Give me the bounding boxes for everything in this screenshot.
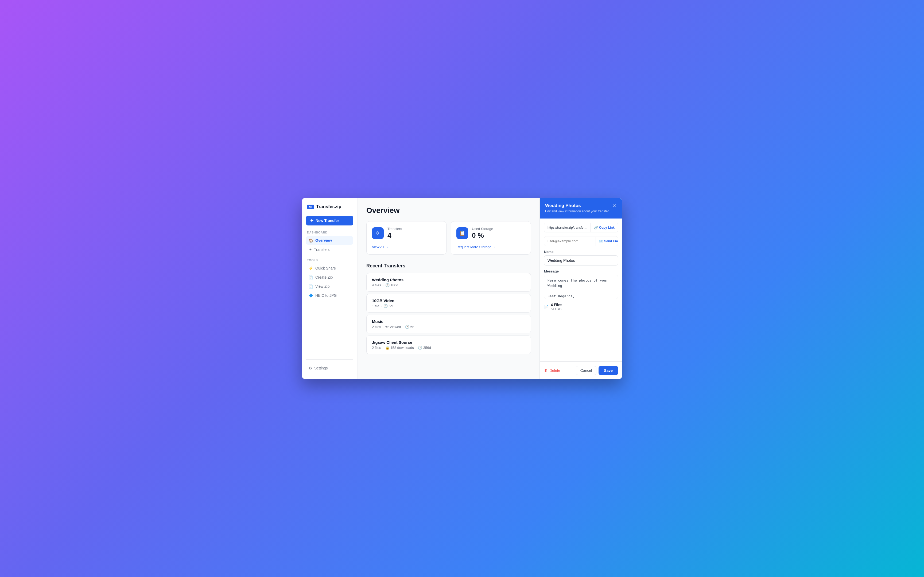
send-email-label: Send Email xyxy=(604,239,618,243)
heic-icon: 🔷 xyxy=(309,293,313,298)
file-icon: 📄 xyxy=(544,305,548,309)
sidebar-item-overview-label: Overview xyxy=(315,238,332,243)
sidebar-item-heic-jpg-label: HEIC to JPG xyxy=(315,293,337,298)
message-label: Message xyxy=(544,269,618,273)
new-transfer-icon: ✈ xyxy=(310,219,313,223)
panel-header: Wedding Photos Edit and view information… xyxy=(540,198,622,219)
sidebar-item-transfers-label: Transfers xyxy=(314,247,330,251)
sidebar-item-settings[interactable]: ⚙ Settings xyxy=(306,364,353,372)
name-input[interactable] xyxy=(544,255,618,266)
right-panel: Wedding Photos Edit and view information… xyxy=(540,198,622,379)
transfer-name-music: Music xyxy=(372,319,525,324)
main-content: Overview ✈ Transfers 4 View All → 📋 Used… xyxy=(358,198,540,379)
recent-transfers-title: Recent Transfers xyxy=(366,263,531,269)
transfer-meta-music: 2 files · 👁 Viewed · 🕐 6h xyxy=(372,325,525,329)
panel-close-button[interactable]: ✕ xyxy=(612,203,617,209)
transfers-stat-icon: ✈ xyxy=(372,227,384,239)
delete-label: Delete xyxy=(549,368,560,372)
email-send-icon: 📧 xyxy=(599,239,603,243)
name-label: Name xyxy=(544,250,618,254)
tools-section-label: Tools xyxy=(306,259,353,262)
sidebar-bottom: ⚙ Settings xyxy=(306,359,353,373)
sidebar-item-transfers[interactable]: ✈ Transfers xyxy=(306,245,353,254)
transfer-meta-video: 1 file · 🕐 5d xyxy=(372,304,525,308)
stat-card-storage-header: 📋 Used Storage 0 % xyxy=(456,227,525,240)
page-title: Overview xyxy=(366,206,531,215)
panel-body: 🔗 Copy Link 📧 Send Email Name Message He… xyxy=(540,219,622,361)
transfer-name-wedding: Wedding Photos xyxy=(372,277,525,282)
files-details: 4 Files 511 kB xyxy=(551,303,563,311)
tools-section: Tools ⚡ Quick Share 📄 Create Zip 📄 View … xyxy=(306,259,353,300)
files-info: 📄 4 Files 511 kB xyxy=(544,303,618,311)
copy-icon: 🔗 xyxy=(594,226,598,229)
transfer-list: Wedding Photos 4 files · 🕐 180d 10GB Vid… xyxy=(366,273,531,354)
transfer-name-video: 10GB Video xyxy=(372,298,525,303)
transfer-item-wedding[interactable]: Wedding Photos 4 files · 🕐 180d xyxy=(366,273,531,292)
copy-link-button[interactable]: 🔗 Copy Link xyxy=(590,223,618,232)
view-all-link[interactable]: View All → xyxy=(372,245,441,249)
storage-stat-icon: 📋 xyxy=(456,227,468,239)
transfer-item-video[interactable]: 10GB Video 1 file · 🕐 5d xyxy=(366,294,531,313)
sidebar-item-view-zip-label: View Zip xyxy=(315,284,329,288)
transfer-item-music[interactable]: Music 2 files · 👁 Viewed · 🕐 6h xyxy=(366,315,531,334)
send-email-button[interactable]: 📧 Send Email xyxy=(596,237,618,246)
copy-link-row: 🔗 Copy Link xyxy=(544,223,618,232)
panel-subtitle: Edit and view information about your tra… xyxy=(545,210,610,213)
name-field-group: Name xyxy=(544,250,618,266)
panel-title: Wedding Photos xyxy=(545,203,610,208)
sidebar: zip Transfer.zip ✈ New Transfer Dashboar… xyxy=(302,198,358,379)
stat-card-storage: 📋 Used Storage 0 % Request More Storage … xyxy=(451,221,531,255)
save-button[interactable]: Save xyxy=(598,366,618,375)
view-zip-icon: 📄 xyxy=(309,284,313,288)
dashboard-section-label: Dashboard xyxy=(306,231,353,234)
quick-share-icon: ⚡ xyxy=(309,266,313,270)
sidebar-item-view-zip[interactable]: 📄 View Zip xyxy=(306,282,353,291)
settings-icon: ⚙ xyxy=(309,366,312,370)
sidebar-item-quick-share[interactable]: ⚡ Quick Share xyxy=(306,264,353,272)
sidebar-item-settings-label: Settings xyxy=(314,366,328,370)
message-textarea[interactable]: Here comes the photos of your Wedding Be… xyxy=(544,275,618,299)
transfer-item-jigsaw[interactable]: Jigsaw Client Source 2 files · 🔒 158 dow… xyxy=(366,335,531,354)
transfer-meta-wedding: 4 files · 🕐 180d xyxy=(372,283,525,287)
transfers-stat-info: Transfers 4 xyxy=(387,227,402,240)
panel-header-info: Wedding Photos Edit and view information… xyxy=(545,203,610,213)
request-storage-link[interactable]: Request More Storage → xyxy=(456,245,525,249)
sidebar-item-quick-share-label: Quick Share xyxy=(315,266,336,270)
logo-badge: zip xyxy=(307,205,314,209)
storage-stat-label: Used Storage xyxy=(472,227,493,231)
create-zip-icon: 📄 xyxy=(309,275,313,279)
main-nav: 🏠 Overview ✈ Transfers xyxy=(306,236,353,254)
stat-card-transfers: ✈ Transfers 4 View All → xyxy=(366,221,447,255)
delete-button[interactable]: 🗑 Delete xyxy=(544,368,560,372)
stat-card-transfers-header: ✈ Transfers 4 xyxy=(372,227,441,240)
new-transfer-label: New Transfer xyxy=(316,219,339,223)
link-input[interactable] xyxy=(544,223,590,232)
storage-stat-info: Used Storage 0 % xyxy=(472,227,493,240)
new-transfer-button[interactable]: ✈ New Transfer xyxy=(306,216,353,226)
transfers-stat-value: 4 xyxy=(387,231,402,240)
storage-stat-value: 0 % xyxy=(472,231,493,240)
app-window: zip Transfer.zip ✈ New Transfer Dashboar… xyxy=(302,198,622,379)
footer-actions: Cancel Save xyxy=(576,366,618,375)
files-count: 4 Files xyxy=(551,303,563,307)
transfers-icon: ✈ xyxy=(309,247,312,251)
stats-row: ✈ Transfers 4 View All → 📋 Used Storage … xyxy=(366,221,531,255)
sidebar-item-heic-jpg[interactable]: 🔷 HEIC to JPG xyxy=(306,291,353,300)
cancel-button[interactable]: Cancel xyxy=(576,366,597,375)
logo-text: Transfer.zip xyxy=(316,204,341,210)
email-input[interactable] xyxy=(544,237,596,246)
transfer-meta-jigsaw: 2 files · 🔒 158 downloads · 🕐 356d xyxy=(372,346,525,350)
message-field-group: Message Here comes the photos of your We… xyxy=(544,269,618,299)
sidebar-item-overview[interactable]: 🏠 Overview xyxy=(306,236,353,245)
transfers-stat-label: Transfers xyxy=(387,227,402,231)
logo-area: zip Transfer.zip xyxy=(306,204,353,210)
delete-icon: 🗑 xyxy=(544,368,548,372)
panel-footer: 🗑 Delete Cancel Save xyxy=(540,361,622,379)
files-size: 511 kB xyxy=(551,307,563,311)
sidebar-item-create-zip-label: Create Zip xyxy=(315,275,333,279)
copy-link-label: Copy Link xyxy=(599,226,614,229)
transfer-name-jigsaw: Jigsaw Client Source xyxy=(372,340,525,345)
sidebar-item-create-zip[interactable]: 📄 Create Zip xyxy=(306,273,353,282)
email-row: 📧 Send Email xyxy=(544,236,618,246)
home-icon: 🏠 xyxy=(309,238,313,243)
